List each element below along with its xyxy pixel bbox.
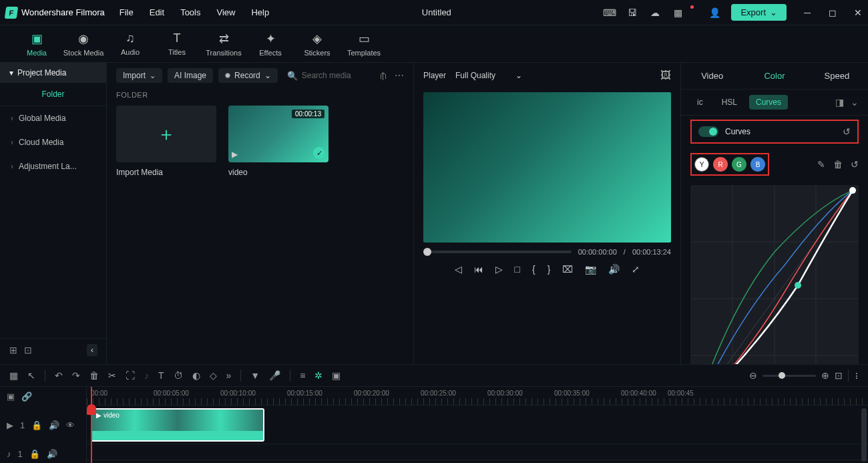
new-folder-icon[interactable]: ⊞ xyxy=(9,345,17,355)
curves-reset-icon[interactable]: ↺ xyxy=(843,126,851,137)
project-media-header[interactable]: ▾ Project Media xyxy=(0,63,106,83)
tab-audio[interactable]: ♫Audio xyxy=(107,31,154,56)
audio-track-icon[interactable]: ♪ xyxy=(7,449,11,459)
video-track-icon[interactable]: ▶ xyxy=(7,420,13,430)
mute-icon[interactable]: 🔊 xyxy=(49,420,59,430)
chevron-down-icon[interactable]: ⌄ xyxy=(851,97,859,108)
menu-view[interactable]: View xyxy=(216,7,235,17)
pointer-icon[interactable]: ↖ xyxy=(27,370,35,381)
mute-icon[interactable]: 🔊 xyxy=(47,449,57,459)
voiceover-icon[interactable]: 🎤 xyxy=(269,370,280,381)
zoom-handle[interactable] xyxy=(779,372,785,379)
mark-in-button[interactable]: { xyxy=(532,264,535,275)
color-icon[interactable]: ◐ xyxy=(192,370,200,381)
inspector-tab-video[interactable]: Video xyxy=(681,63,743,89)
visibility-icon[interactable]: 👁 xyxy=(66,420,75,430)
auto-reframe-icon[interactable]: ✲ xyxy=(314,370,322,381)
inspector-tab-color[interactable]: Color xyxy=(743,63,805,89)
menu-help[interactable]: Help xyxy=(251,7,269,17)
subtab-curves[interactable]: Curves xyxy=(749,95,788,110)
delete-icon[interactable]: 🗑 xyxy=(833,159,843,170)
zoom-slider[interactable] xyxy=(763,375,816,377)
collapse-sidebar-button[interactable]: ‹ xyxy=(87,344,97,356)
view-options-icon[interactable]: ⫶ xyxy=(854,370,859,381)
record-dropdown[interactable]: Record⌄ xyxy=(218,68,278,83)
tab-media[interactable]: ▣Media xyxy=(13,31,60,57)
render-icon[interactable]: ▣ xyxy=(332,370,341,381)
close-button[interactable]: ✕ xyxy=(853,8,863,17)
grid-icon[interactable]: ▦ xyxy=(9,370,18,381)
more-icon[interactable]: ⋯ xyxy=(395,70,404,81)
export-button[interactable]: Export ⌄ xyxy=(731,4,787,21)
subtab-ic[interactable]: ic xyxy=(690,95,710,110)
stop-button[interactable]: □ xyxy=(515,264,520,275)
zoom-out-icon[interactable]: ⊖ xyxy=(749,370,757,381)
tab-stock-media[interactable]: ◉Stock Media xyxy=(60,31,107,57)
apps-icon[interactable]: ▦ xyxy=(672,7,684,19)
playhead[interactable] xyxy=(91,387,92,463)
account-icon[interactable]: 👤 xyxy=(708,7,720,19)
text-icon[interactable]: T xyxy=(158,370,164,381)
step-back-button[interactable]: ⏮ xyxy=(474,264,483,275)
compare-icon[interactable]: ◨ xyxy=(835,97,844,108)
timeline-ruler[interactable]: 00:00 00:00:05:00 00:00:10:00 00:00:15:0… xyxy=(87,387,868,406)
progress-handle[interactable] xyxy=(423,248,431,256)
save-icon[interactable]: 🖫 xyxy=(626,7,638,19)
sidebar-item-global[interactable]: Global Media xyxy=(0,106,106,130)
tab-templates[interactable]: ▭Templates xyxy=(341,31,387,57)
eyedropper-icon[interactable]: ✎ xyxy=(817,159,825,170)
menu-tools[interactable]: Tools xyxy=(180,7,200,17)
prev-frame-button[interactable]: ◁ xyxy=(455,264,462,275)
crop-icon[interactable]: ⛶ xyxy=(126,370,135,381)
video-track-1[interactable]: ▶video xyxy=(87,406,868,444)
split-icon[interactable]: ✂ xyxy=(108,370,116,381)
sidebar-item-adjustment[interactable]: Adjustment La... xyxy=(0,154,106,178)
zoom-fit-icon[interactable]: ⊡ xyxy=(835,370,843,381)
redo-icon[interactable]: ↷ xyxy=(72,370,80,381)
channel-blue[interactable]: B xyxy=(750,157,765,172)
timeline-scrollbar[interactable] xyxy=(861,408,867,462)
subtab-hsl[interactable]: HSL xyxy=(715,95,744,110)
channel-green[interactable]: G xyxy=(732,157,746,172)
timeline-clip-video[interactable]: ▶video xyxy=(91,408,264,442)
quality-dropdown[interactable]: Full Quality ⌄ xyxy=(455,71,522,80)
menu-edit[interactable]: Edit xyxy=(150,7,164,17)
delete-icon[interactable]: 🗑 xyxy=(89,370,99,381)
more-tools-icon[interactable]: » xyxy=(226,370,232,381)
folder-tab[interactable]: Folder xyxy=(0,83,106,106)
play-button[interactable]: ▷ xyxy=(495,264,503,275)
zoom-in-icon[interactable]: ⊕ xyxy=(821,370,829,381)
audio-track-1[interactable] xyxy=(87,444,868,460)
audio-edit-icon[interactable]: ♪ xyxy=(144,370,149,381)
undo-icon[interactable]: ↺ xyxy=(851,159,859,170)
maximize-button[interactable]: ◻ xyxy=(828,8,837,17)
tab-stickers[interactable]: ◈Stickers xyxy=(294,31,341,57)
device-icon[interactable]: ⌨ xyxy=(604,7,616,19)
fullscreen-icon[interactable]: ⤢ xyxy=(632,264,640,275)
ai-image-button[interactable]: AI Image xyxy=(168,68,213,83)
import-media-tile[interactable]: ＋ Import Media xyxy=(116,106,216,177)
speed-icon[interactable]: ⏱ xyxy=(174,370,183,381)
mixer-icon[interactable]: ≡ xyxy=(300,370,305,381)
marker-icon[interactable]: ▼ xyxy=(250,370,260,381)
filter-icon[interactable]: ⫛ xyxy=(379,70,388,81)
preview-canvas[interactable] xyxy=(423,92,671,243)
link-icon[interactable]: 🔗 xyxy=(21,392,32,402)
channel-red[interactable]: R xyxy=(713,157,728,172)
search-input[interactable]: 🔍 Search media xyxy=(283,71,373,81)
track-icon[interactable]: ▣ xyxy=(7,392,15,402)
volume-icon[interactable]: 🔊 xyxy=(608,264,620,275)
import-dropdown[interactable]: Import xyxy=(116,68,162,83)
tab-titles[interactable]: TTitles xyxy=(154,31,200,56)
channel-luma[interactable]: Y xyxy=(694,157,709,172)
cloud-icon[interactable]: ☁ xyxy=(649,7,661,19)
progress-slider[interactable] xyxy=(423,251,572,253)
media-thumb-video[interactable]: 00:00:13 ▶ ✓ video xyxy=(228,106,329,177)
tab-effects[interactable]: ✦Effects xyxy=(247,31,294,57)
minimize-button[interactable]: ─ xyxy=(803,8,812,17)
mark-out-button[interactable]: } xyxy=(548,264,551,275)
camera-icon[interactable]: 📷 xyxy=(585,264,596,275)
lock-icon[interactable]: 🔒 xyxy=(29,449,40,459)
curves-toggle[interactable] xyxy=(698,126,718,137)
menu-file[interactable]: File xyxy=(120,7,134,17)
